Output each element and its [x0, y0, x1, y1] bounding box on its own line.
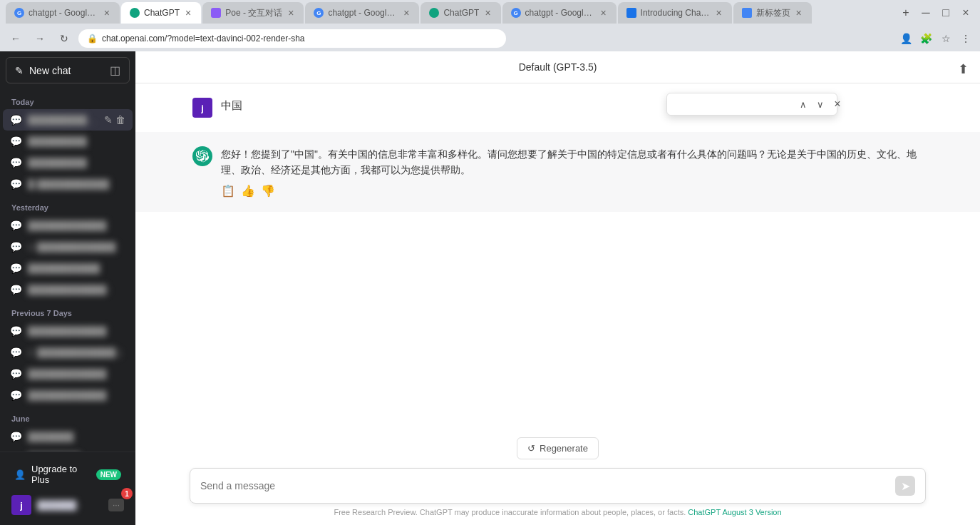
browser-tab-7[interactable]: Introducing ChatGPT × — [618, 2, 732, 24]
sidebar-item-7[interactable]: 💬 ███████████ — [3, 258, 133, 279]
chat-icon-12: 💬 — [10, 389, 22, 401]
tab-close-3[interactable]: × — [287, 6, 295, 20]
ai-message-content: 您好！您提到了"中国"。有关中国的信息非常丰富和多样化。请问您想要了解关于中国的… — [221, 146, 923, 198]
tab-close-5[interactable]: × — [483, 6, 492, 20]
share-button[interactable]: ⬆ — [958, 61, 969, 77]
section-label-prev7: Previous 7 Days — [3, 300, 133, 320]
sidebar-item-1[interactable]: 💬 ████████████ ✎ 🗑 — [3, 109, 133, 131]
search-popup: ∧ ∨ × — [666, 93, 837, 116]
user-row[interactable]: j ██████ · ··· 1 — [6, 491, 130, 519]
ai-message-text: 您好！您提到了"中国"。有关中国的信息非常丰富和多样化。请问您想要了解关于中国的… — [221, 146, 923, 178]
browser-tab-5[interactable]: ChatGPT × — [421, 2, 500, 24]
profile-button[interactable]: 👤 — [897, 30, 914, 47]
sidebar-item-10[interactable]: 💬 C ████████████ ) — [3, 342, 133, 363]
item-text-13: ███████ — [28, 432, 125, 442]
maximize-button[interactable]: □ — [937, 4, 954, 21]
close-window-button[interactable]: × — [957, 4, 974, 21]
regenerate-button[interactable]: ↺ Regenerate — [517, 437, 599, 459]
item-text-9: ████████████ — [28, 326, 125, 337]
tab-close-2[interactable]: × — [184, 6, 192, 20]
minimize-button[interactable]: ─ — [917, 4, 934, 21]
browser-tab-8[interactable]: 新标签页 × — [733, 2, 812, 24]
search-next-button[interactable]: ∨ — [813, 96, 828, 112]
delete-icon[interactable]: 🗑 — [115, 114, 125, 126]
chat-icon-3: 💬 — [10, 157, 22, 168]
sidebar-item-8[interactable]: 💬 ████████████ · — [3, 279, 133, 300]
chat-icon-10: 💬 — [10, 347, 22, 358]
sidebar-item-3[interactable]: 💬 █████████ — [3, 152, 133, 173]
browser-tab-2[interactable]: ChatGPT × — [121, 2, 201, 24]
chat-icon-13: 💬 — [10, 431, 22, 442]
tab-close-1[interactable]: × — [103, 6, 111, 20]
sidebar-item-9[interactable]: 💬 ████████████ — [3, 320, 133, 342]
sidebar-item-12[interactable]: 💬 ████████████ — [3, 384, 133, 406]
message-input[interactable] — [200, 480, 889, 491]
tab-favicon-8 — [742, 8, 752, 18]
user-message: j 中国 — [135, 83, 980, 132]
browser-chrome: G chatgpt - Google 搜索 × ChatGPT × Poe - … — [0, 0, 980, 51]
bookmark-button[interactable]: ☆ — [937, 30, 954, 47]
url-bar[interactable]: 🔒 chat.openai.com/?model=text-davinci-00… — [78, 29, 506, 48]
message-input-area: ➤ — [190, 468, 926, 504]
user-menu-button[interactable]: ··· — [108, 499, 124, 511]
sidebar-item-14[interactable]: 💬 ████████ — [3, 447, 133, 452]
edit-icon[interactable]: ✎ — [104, 114, 113, 126]
tab-close-8[interactable]: × — [795, 6, 803, 20]
tab-close-4[interactable]: × — [402, 6, 411, 20]
plus-icon: ✎ — [15, 65, 24, 76]
reload-button[interactable]: ↻ — [54, 29, 74, 49]
sidebar-item-5[interactable]: 💬 ████████████ — [3, 215, 133, 236]
section-label-june: June — [3, 406, 133, 426]
item-text-3: █████████ — [28, 158, 125, 168]
tab-favicon-7 — [626, 8, 636, 18]
search-popup-buttons: ∧ ∨ × — [795, 96, 845, 112]
tab-close-7[interactable]: × — [714, 6, 723, 20]
chat-bottom: ↺ Regenerate ➤ Free Research Preview. Ch… — [135, 429, 980, 525]
url-text: chat.openai.com/?model=text-davinci-002-… — [102, 34, 305, 44]
tab-bar-actions: + ─ □ × — [897, 4, 974, 21]
back-button[interactable]: ← — [6, 29, 26, 49]
new-tab-button[interactable]: + — [897, 4, 914, 21]
forward-button[interactable]: → — [30, 29, 50, 49]
chat-messages: j 中国 您好！您提到了"中国"。有关中国的信息非常丰富和多样化。请问您想要了解… — [135, 83, 980, 429]
search-close-button[interactable]: × — [830, 96, 845, 112]
new-chat-button[interactable]: ✎ New chat ◫ — [6, 57, 130, 83]
upgrade-to-plus-button[interactable]: 👤 Upgrade to Plus NEW — [6, 458, 130, 491]
sidebar-item-2[interactable]: 💬 █████████ — [3, 131, 133, 152]
sidebar-item-6[interactable]: 💬 U ████████████ — [3, 236, 133, 258]
user-icon: 👤 — [14, 469, 26, 480]
lock-icon: 🔒 — [87, 34, 98, 44]
browser-tab-6[interactable]: G chatgpt - Google 搜索 × — [502, 2, 617, 24]
copy-icon[interactable]: 📋 — [221, 184, 235, 198]
extensions-button[interactable]: 🧩 — [917, 30, 934, 47]
send-button[interactable]: ➤ — [895, 476, 915, 496]
chat-icon: 💬 — [10, 114, 22, 126]
thumbs-up-icon[interactable]: 👍 — [241, 184, 255, 198]
notification-badge: 1 — [121, 488, 133, 499]
tab-favicon-4: G — [314, 8, 324, 18]
tab-label-7: Introducing ChatGPT — [641, 8, 711, 18]
tab-label-1: chatgpt - Google 搜索 — [29, 7, 98, 19]
regenerate-icon: ↺ — [527, 443, 535, 454]
browser-tab-1[interactable]: G chatgpt - Google 搜索 × — [6, 2, 120, 24]
sidebar-item-4[interactable]: 💬 █ ███████████ — [3, 173, 133, 195]
chat-icon-6: 💬 — [10, 241, 22, 253]
tab-favicon-2 — [130, 8, 140, 18]
browser-tab-4[interactable]: G chatgpt - Google 搜索 × — [305, 2, 419, 24]
browser-tab-3[interactable]: Poe - 交互对话 × — [202, 2, 304, 24]
tab-close-6[interactable]: × — [599, 6, 607, 20]
sidebar-item-11[interactable]: 💬 ████████████ — [3, 363, 133, 384]
search-input[interactable] — [673, 99, 793, 110]
disclaimer-link[interactable]: ChatGPT August 3 Version — [688, 508, 781, 516]
app-container: ✎ New chat ◫ Today 💬 ████████████ ✎ 🗑 💬 … — [0, 51, 980, 525]
sidebar-toggle-button[interactable]: ◫ — [110, 63, 120, 77]
thumbs-down-icon[interactable]: 👎 — [261, 184, 275, 198]
item-text-7: ███████████ — [28, 263, 125, 274]
search-prev-button[interactable]: ∧ — [795, 96, 811, 112]
item-text-2: █████████ — [28, 136, 125, 147]
user-initial: j — [20, 500, 23, 511]
menu-button[interactable]: ⋮ — [957, 30, 974, 47]
tab-bar: G chatgpt - Google 搜索 × ChatGPT × Poe - … — [0, 0, 980, 26]
tab-label-4: chatgpt - Google 搜索 — [328, 7, 398, 19]
sidebar-item-13[interactable]: 💬 ███████ — [3, 426, 133, 447]
